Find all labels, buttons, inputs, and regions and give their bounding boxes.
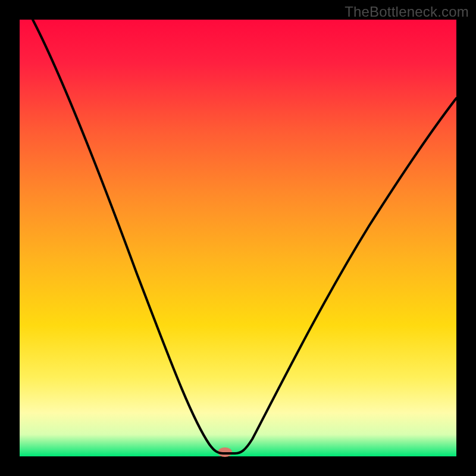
- chart-svg: [0, 0, 476, 476]
- plot-background: [20, 20, 456, 456]
- attribution-text: TheBottleneck.com: [345, 4, 469, 20]
- frame-bottom: [0, 456, 476, 476]
- bottleneck-chart: TheBottleneck.com: [0, 0, 476, 476]
- frame-left: [0, 0, 20, 476]
- frame-right: [456, 0, 476, 476]
